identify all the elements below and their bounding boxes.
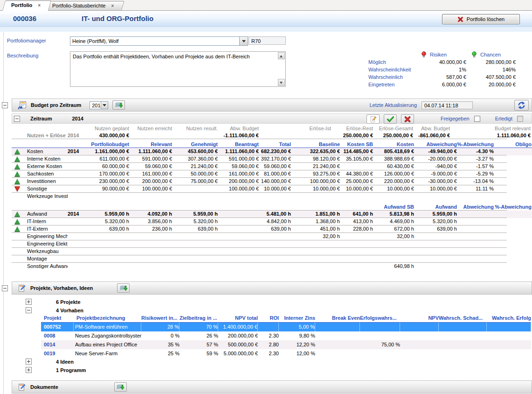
zeitraum-collapse-toggle[interactable] — [14, 116, 20, 122]
value-cell: 220.000,00 € — [373, 178, 414, 185]
value-cell: 5.000.000,00 € — [218, 349, 258, 358]
column-header: Kosten — [373, 141, 414, 148]
budget-row: Externe Kosten60.000,00 €59.060,00 €21.2… — [12, 163, 532, 170]
arrow-cell — [12, 193, 23, 200]
approve-button[interactable] — [384, 114, 397, 124]
budget-table: Nutzen geplantNutzen erreichtNutzen resu… — [12, 126, 532, 270]
value-cell: 4.469,00 h — [373, 218, 414, 225]
value-cell — [494, 178, 532, 185]
project-row-000752[interactable]: 000752PM-Software einführen28 %70 %1.400… — [41, 323, 531, 331]
value-cell: -1.57 % — [457, 163, 494, 170]
project-id[interactable]: 0014 — [41, 340, 74, 349]
budget-row: Sachkosten170.000,00 €161.000,00 €50.000… — [12, 170, 532, 178]
tab-portfolio[interactable]: Portfolio × — [4, 0, 50, 11]
column-header: Kosten SB — [340, 141, 373, 148]
value-cell — [259, 248, 291, 255]
value-cell — [259, 132, 331, 139]
value-cell — [400, 323, 439, 331]
column-header: Aufwand SB — [373, 204, 414, 211]
tab-close-icon[interactable]: × — [38, 3, 41, 8]
column-header: Budget relevant — [450, 126, 531, 132]
trend-down-icon — [14, 186, 20, 191]
import-rows-icon — [116, 384, 124, 390]
value-cell: 4.092,00 h — [129, 211, 172, 218]
freigegeben-checkbox[interactable] — [474, 116, 480, 122]
value-cell — [218, 211, 259, 218]
tab-close-icon[interactable]: × — [111, 3, 114, 8]
value-cell: 35.105,00 € — [340, 155, 373, 163]
delete-portfolio-button[interactable]: Portfolio löschen — [442, 14, 520, 24]
value-cell — [291, 240, 340, 248]
budget-row: PortfoliobudgetRelevantGenehmigtBeantrag… — [12, 141, 532, 148]
value-cell: 70 % — [180, 323, 218, 331]
scroll-down-button[interactable] — [278, 79, 285, 86]
value-cell — [487, 323, 531, 331]
value-cell — [340, 248, 373, 255]
trend-up-cell — [12, 211, 23, 218]
portfolio-app-window: Portfolio × Portfolio-Statusberichte × 0… — [0, 0, 532, 394]
budget-row: Sonstige90.000,00 €100.000,00 €100.000,0… — [12, 185, 532, 193]
value-cell: 640,98 h — [373, 263, 414, 270]
risk-value: 1% — [410, 67, 466, 72]
manager-code-field: R70 — [249, 36, 286, 45]
documents-import-button[interactable] — [114, 382, 127, 392]
collapse-toggle[interactable] — [26, 307, 32, 313]
value-cell: 1.111.060,00 € — [450, 132, 531, 139]
project-row-0014[interactable]: 0014Aufbau eines Project Office35 %57 %5… — [41, 340, 531, 349]
erledigt-checkbox[interactable] — [517, 116, 523, 122]
project-id[interactable]: 0008 — [41, 331, 74, 340]
project-name: Neues Zugangskontrollsystem — [74, 331, 141, 340]
refresh-button[interactable] — [514, 100, 529, 111]
edit-button[interactable] — [366, 114, 380, 124]
row-label: Interne Kosten — [23, 155, 68, 163]
project-id[interactable]: 0019 — [41, 349, 74, 358]
projects-header-row: ProjektProjektbezeichnungRisikowert in..… — [41, 315, 531, 323]
chance-bulb-icon — [471, 51, 477, 58]
value-cell: 200.000,00 € — [129, 178, 172, 185]
manager-combobox[interactable]: Heine (PortfM), Wolf — [70, 36, 248, 46]
budget-year-combobox[interactable]: 2014 — [90, 101, 108, 109]
risk-value: 6.000,00 € — [410, 82, 466, 87]
risk-header: Risiken — [430, 52, 447, 57]
value-cell: 200.000,00 € — [218, 331, 258, 340]
value-cell: 5.320,00 h — [414, 218, 457, 225]
value-cell — [373, 193, 414, 200]
value-cell — [360, 331, 400, 340]
value-cell — [494, 240, 532, 248]
value-cell — [218, 218, 259, 225]
expand-toggle[interactable] — [26, 359, 32, 365]
zeitraum-bar: Zeitraum 2014 Freigegeben E — [12, 113, 532, 124]
reject-button[interactable] — [401, 114, 414, 124]
row-label: Montage — [23, 255, 68, 263]
value-cell: 0 % — [141, 331, 180, 340]
project-row-0019[interactable]: 0019Neue Server-Farm25 %59 %5.000.000,00… — [41, 349, 531, 358]
expand-toggle[interactable] — [26, 299, 32, 305]
row-year — [68, 248, 87, 255]
value-cell — [360, 349, 400, 358]
project-row-0008[interactable]: 0008Neues Zugangskontrollsystem0 %26 %20… — [41, 331, 531, 340]
budget-year-dropdown-button[interactable] — [101, 102, 108, 109]
projects-import-button[interactable] — [117, 283, 130, 293]
value-cell — [172, 185, 218, 193]
value-cell — [457, 255, 494, 263]
tab-portfolio-statusberichte[interactable]: Portfolio-Statusberichte × — [45, 1, 123, 10]
row-year — [68, 193, 87, 200]
value-cell — [494, 193, 532, 200]
manager-dropdown-button[interactable] — [239, 37, 248, 45]
scroll-up-button[interactable] — [278, 52, 285, 59]
column-header: Erlöse-Ist — [259, 126, 331, 132]
value-cell — [457, 225, 494, 233]
expand-toggle[interactable] — [26, 367, 32, 373]
trend-up-cell — [12, 225, 23, 233]
value-cell — [494, 248, 532, 255]
risk-bulb-icon — [421, 51, 427, 58]
value-cell — [129, 193, 172, 200]
project-id[interactable]: 000752 — [41, 323, 74, 331]
projects-section-collapse-toggle[interactable] — [2, 285, 8, 291]
portfolio-id: 000036 — [13, 14, 36, 22]
budget-section-collapse-toggle[interactable] — [2, 102, 8, 108]
value-cell: 639,00 h — [87, 225, 129, 233]
description-textarea[interactable]: Das Portfolio enthält Projektideen, Vorh… — [70, 51, 286, 87]
budget-import-button[interactable] — [112, 100, 125, 110]
value-cell: 126.000,00 € — [373, 170, 414, 178]
